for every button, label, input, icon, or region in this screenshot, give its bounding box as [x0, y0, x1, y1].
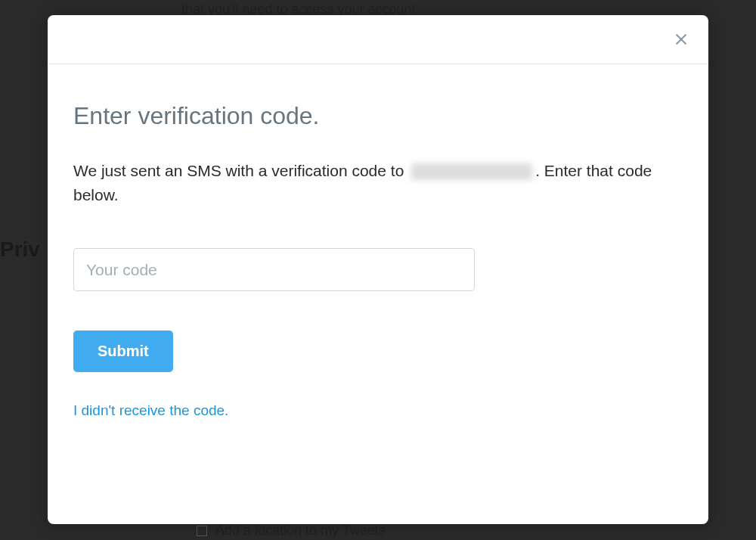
background-text-bottom: Add a location to my Tweets: [215, 523, 386, 538]
background-text-left: Priv: [0, 237, 40, 262]
verification-modal: Enter verification code. We just sent an…: [48, 15, 708, 524]
resend-code-link[interactable]: I didn't receive the code.: [73, 402, 228, 418]
redacted-phone: [411, 163, 532, 180]
close-button[interactable]: [671, 29, 692, 50]
modal-body: Enter verification code. We just sent an…: [48, 64, 708, 445]
background-checkbox: [197, 526, 207, 536]
modal-description: We just sent an SMS with a verification …: [73, 159, 683, 206]
modal-title: Enter verification code.: [73, 102, 683, 130]
modal-header: [48, 15, 708, 64]
code-input[interactable]: [73, 248, 475, 291]
submit-button[interactable]: Submit: [73, 331, 173, 372]
description-pre: We just sent an SMS with a verification …: [73, 162, 408, 179]
close-icon: [674, 32, 689, 47]
